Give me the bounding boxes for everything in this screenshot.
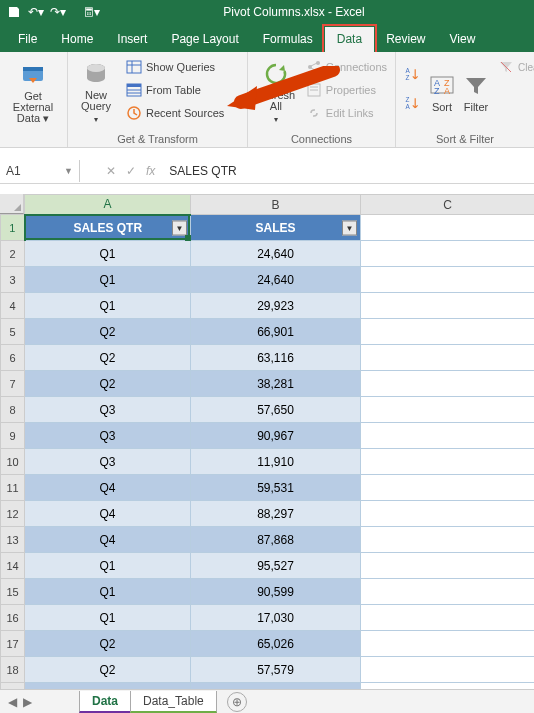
cell[interactable]: 90,599 (191, 579, 361, 605)
recent-sources-button[interactable]: Recent Sources (122, 102, 228, 124)
tab-home[interactable]: Home (49, 27, 105, 52)
cancel-icon[interactable]: ✕ (106, 164, 116, 178)
cell[interactable] (361, 423, 535, 449)
cell[interactable]: 59,531 (191, 475, 361, 501)
cell[interactable]: Q1 (25, 293, 191, 319)
cell[interactable]: 17,030 (191, 605, 361, 631)
redo-icon[interactable]: ↷▾ (50, 4, 66, 20)
cell[interactable]: Q1 (25, 241, 191, 267)
edit-links-button[interactable]: Edit Links (302, 102, 391, 124)
formula-input[interactable]: SALES QTR (163, 164, 242, 178)
row-header[interactable]: 6 (1, 345, 25, 371)
row-header[interactable]: 1 (1, 215, 25, 241)
cell[interactable]: 87,868 (191, 527, 361, 553)
row-header[interactable]: 12 (1, 501, 25, 527)
cell[interactable] (361, 267, 535, 293)
cell[interactable] (361, 215, 535, 241)
cell[interactable]: Q3 (25, 423, 191, 449)
cell[interactable]: 38,281 (191, 371, 361, 397)
cell[interactable] (361, 657, 535, 683)
cell[interactable] (361, 241, 535, 267)
sheet-nav-prev-icon[interactable]: ◀ (8, 695, 17, 709)
undo-icon[interactable]: ↶▾ (28, 4, 44, 20)
row-header[interactable]: 10 (1, 449, 25, 475)
refresh-all-button[interactable]: Refresh All▾ (252, 54, 300, 131)
table-header-cell[interactable]: SALES▼ (191, 215, 361, 241)
cell[interactable]: 88,297 (191, 501, 361, 527)
row-header[interactable]: 8 (1, 397, 25, 423)
row-header[interactable]: 16 (1, 605, 25, 631)
cell[interactable]: 95,527 (191, 553, 361, 579)
worksheet-grid[interactable]: ABC1SALES QTR▼SALES▼2Q124,6403Q124,6404Q… (0, 194, 534, 709)
col-header-A[interactable]: A (25, 195, 191, 215)
cell[interactable] (361, 345, 535, 371)
row-header[interactable]: 13 (1, 527, 25, 553)
row-header[interactable]: 11 (1, 475, 25, 501)
cell[interactable] (361, 631, 535, 657)
row-header[interactable]: 9 (1, 423, 25, 449)
sort-asc-button[interactable]: AZ (400, 60, 424, 88)
cell[interactable]: 24,640 (191, 267, 361, 293)
cell[interactable]: Q4 (25, 501, 191, 527)
sort-desc-button[interactable]: ZA (400, 89, 424, 117)
sheet-tab-data-table[interactable]: Data_Table (130, 691, 217, 713)
cell[interactable] (361, 553, 535, 579)
properties-button[interactable]: Properties (302, 79, 391, 101)
cell[interactable]: Q1 (25, 579, 191, 605)
sheet-tab-data[interactable]: Data (79, 691, 131, 713)
cell[interactable]: Q1 (25, 553, 191, 579)
cell[interactable] (361, 319, 535, 345)
cell[interactable] (361, 397, 535, 423)
cell[interactable] (361, 371, 535, 397)
cell[interactable]: 24,640 (191, 241, 361, 267)
tab-formulas[interactable]: Formulas (251, 27, 325, 52)
cell[interactable]: 57,650 (191, 397, 361, 423)
row-header[interactable]: 3 (1, 267, 25, 293)
cell[interactable]: 63,116 (191, 345, 361, 371)
cell[interactable]: 11,910 (191, 449, 361, 475)
cell[interactable]: Q2 (25, 319, 191, 345)
cell[interactable]: Q2 (25, 345, 191, 371)
from-table-button[interactable]: From Table (122, 79, 228, 101)
cell[interactable]: 66,901 (191, 319, 361, 345)
calc-icon[interactable]: ▾ (84, 4, 100, 20)
tab-data[interactable]: Data (325, 27, 374, 52)
col-header-C[interactable]: C (361, 195, 535, 215)
cell[interactable]: Q1 (25, 605, 191, 631)
cell[interactable]: 90,967 (191, 423, 361, 449)
filter-button[interactable]: Filter (460, 54, 492, 131)
table-header-cell[interactable]: SALES QTR▼ (25, 215, 191, 241)
cell[interactable] (361, 605, 535, 631)
select-all-corner[interactable] (0, 194, 24, 214)
cell[interactable]: 57,579 (191, 657, 361, 683)
chevron-down-icon[interactable]: ▼ (64, 166, 73, 176)
cell[interactable] (361, 579, 535, 605)
cell[interactable]: Q3 (25, 449, 191, 475)
name-box[interactable]: A1▼ (0, 160, 80, 182)
row-header[interactable]: 2 (1, 241, 25, 267)
connections-button[interactable]: Connections (302, 56, 391, 78)
cell[interactable] (361, 293, 535, 319)
filter-dropdown-icon[interactable]: ▼ (172, 220, 187, 235)
row-header[interactable]: 14 (1, 553, 25, 579)
cell[interactable] (361, 475, 535, 501)
row-header[interactable]: 4 (1, 293, 25, 319)
row-header[interactable]: 5 (1, 319, 25, 345)
sort-button[interactable]: AZZA Sort (426, 54, 458, 131)
show-queries-button[interactable]: Show Queries (122, 56, 228, 78)
filter-dropdown-icon[interactable]: ▼ (342, 220, 357, 235)
new-query-button[interactable]: New Query▾ (72, 54, 120, 131)
row-header[interactable]: 15 (1, 579, 25, 605)
cell[interactable]: Q2 (25, 371, 191, 397)
cell[interactable] (361, 501, 535, 527)
cell[interactable]: 65,026 (191, 631, 361, 657)
tab-insert[interactable]: Insert (105, 27, 159, 52)
add-sheet-button[interactable]: ⊕ (227, 692, 247, 712)
enter-icon[interactable]: ✓ (126, 164, 136, 178)
clear-filter-button[interactable]: Clear (494, 56, 534, 78)
cell[interactable] (361, 449, 535, 475)
cell[interactable]: Q2 (25, 657, 191, 683)
cell[interactable]: 29,923 (191, 293, 361, 319)
fx-icon[interactable]: fx (146, 164, 155, 178)
tab-page-layout[interactable]: Page Layout (159, 27, 250, 52)
